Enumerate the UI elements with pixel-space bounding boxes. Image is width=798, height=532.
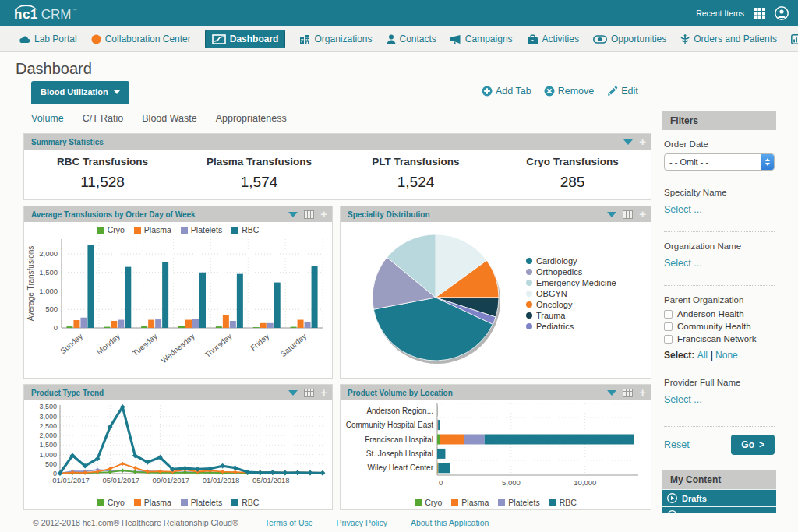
collapse-icon[interactable] xyxy=(288,390,298,396)
avatar-icon[interactable] xyxy=(775,6,789,20)
svg-text:St. Joseph Hospital: St. Joseph Hospital xyxy=(366,449,433,458)
nav-item-dashboard[interactable]: Dashboard xyxy=(205,30,286,48)
table-view-icon[interactable] xyxy=(623,389,633,397)
order-date-label: Order Date xyxy=(664,139,775,149)
legend-item: Orthopedics xyxy=(526,267,651,277)
edit-button[interactable]: Edit xyxy=(606,86,638,97)
chart-legend: CryoPlasmaPlateletsRBC xyxy=(24,222,332,234)
organization-select-link[interactable]: Select ... xyxy=(664,258,702,269)
svg-text:Community Hospital East: Community Hospital East xyxy=(346,421,433,429)
nav-item-campaigns[interactable]: Campaigns xyxy=(450,33,513,44)
stat-label: RBC Transfusions xyxy=(24,156,181,167)
dashboard-main: VolumeC/T RatioBlood WasteAppropriatenes… xyxy=(23,104,651,523)
svg-text:2,000: 2,000 xyxy=(39,249,58,258)
tab-appropriateness[interactable]: Appropriateness xyxy=(216,111,287,129)
nav-item-opportunities[interactable]: Opportunities xyxy=(593,33,666,44)
legend-item: OBGYN xyxy=(526,289,651,298)
line-chart-icon xyxy=(212,34,226,44)
go-label: Go xyxy=(741,439,754,450)
plus-icon[interactable]: + xyxy=(320,209,327,220)
footer-link-privacy-policy[interactable]: Privacy Policy xyxy=(337,518,387,527)
go-button[interactable]: Go > xyxy=(731,435,775,455)
pie-chart: CardiologyOrthopedicsEmergency MedicineO… xyxy=(341,222,651,375)
add-tab-button[interactable]: Add Tab xyxy=(482,86,531,97)
plus-icon[interactable]: + xyxy=(639,387,646,398)
order-date-select[interactable]: - - Omit - - xyxy=(664,153,775,171)
collapse-icon[interactable] xyxy=(607,390,616,396)
remove-label: Remove xyxy=(558,86,595,97)
summary-stat: PLT Transfusions1,524 xyxy=(337,150,494,199)
footer: © 2012-2018 hc1.com® Healthcare Relation… xyxy=(0,513,798,532)
my-content-item-drafts[interactable]: Drafts xyxy=(662,489,776,506)
select-none-link[interactable]: None xyxy=(715,350,738,361)
caduceus-icon xyxy=(680,34,690,44)
checkbox-anderson-health[interactable]: Anderson Health xyxy=(664,309,775,319)
product-type-trend-panel: Product Type Trend + 05001,0001,5002,000… xyxy=(23,384,333,510)
footer-link-terms-of-use[interactable]: Terms of Use xyxy=(265,518,313,527)
checkbox-franciscan-network[interactable]: Franciscan Network xyxy=(664,334,775,344)
pencil-icon xyxy=(606,86,618,97)
svg-text:500: 500 xyxy=(45,460,57,468)
select-stepper-icon xyxy=(761,153,774,171)
parent-organization-label: Parent Organization xyxy=(664,295,775,305)
nav-item-orders-and-patients[interactable]: Orders and Patients xyxy=(680,33,777,44)
reset-link[interactable]: Reset xyxy=(664,439,690,450)
select-all-link[interactable]: All xyxy=(697,350,708,361)
footer-link-about-this-application[interactable]: About this Application xyxy=(411,518,489,527)
chevron-down-icon xyxy=(114,90,120,94)
logo-crm: CRM xyxy=(41,5,72,23)
svg-text:0: 0 xyxy=(439,478,443,487)
svg-text:Saturday: Saturday xyxy=(279,332,309,358)
toolbar-actions: Add Tab Remove Edit xyxy=(482,86,638,97)
nav-item-label: Dashboard xyxy=(230,33,279,44)
remove-button[interactable]: Remove xyxy=(544,86,595,97)
app-grid-icon[interactable] xyxy=(754,8,765,19)
nav-item-organizations[interactable]: Organizations xyxy=(299,33,372,44)
megaphone-icon xyxy=(450,34,461,44)
collapse-icon[interactable] xyxy=(623,139,633,145)
plus-icon[interactable]: + xyxy=(639,209,646,220)
plus-circle-icon xyxy=(482,86,493,97)
line-chart: 05001,0001,5002,0002,5003,0003,50001/01/… xyxy=(24,400,332,509)
speciality-distribution-header: Speciality Distribution + xyxy=(341,206,651,222)
summary-panel-title: Summary Statistics xyxy=(31,138,104,146)
recent-items-link[interactable]: Recent Items xyxy=(696,9,744,18)
tab-c-t-ratio[interactable]: C/T Ratio xyxy=(83,111,124,129)
collapse-icon[interactable] xyxy=(288,212,298,217)
nav-item-lab-portal[interactable]: Lab Portal xyxy=(19,33,77,44)
legend-item: Platelets xyxy=(498,498,539,507)
legend-item: Platelets xyxy=(181,225,222,234)
plus-icon[interactable]: + xyxy=(320,387,327,398)
summary-stat: Plasma Transfusions1,574 xyxy=(181,150,337,199)
svg-text:3,500: 3,500 xyxy=(39,403,57,410)
my-content-header: My Content xyxy=(662,470,776,489)
briefcase-icon xyxy=(527,34,538,44)
person-icon xyxy=(387,34,396,44)
plus-icon[interactable]: + xyxy=(639,136,646,147)
order-date-filter: Order Date - - Omit - - xyxy=(664,136,775,178)
nav-item-collaboration-center[interactable]: Collaboration Center xyxy=(91,33,191,44)
table-view-icon[interactable] xyxy=(304,389,314,397)
table-view-icon[interactable] xyxy=(304,210,314,219)
nav-item-contacts[interactable]: Contacts xyxy=(387,33,436,44)
nav-item-label: Collaboration Center xyxy=(105,33,191,44)
parent-organization-filter: Parent Organization Anderson HealthCommu… xyxy=(664,292,775,368)
legend-item: RBC xyxy=(231,498,259,507)
nav-item-reports[interactable]: Reports xyxy=(791,33,798,44)
collapse-icon[interactable] xyxy=(607,212,616,217)
svg-text:Wiley Heart Center: Wiley Heart Center xyxy=(368,463,434,472)
table-view-icon[interactable] xyxy=(623,210,633,219)
tab-volume[interactable]: Volume xyxy=(31,111,64,129)
specialty-select-link[interactable]: Select ... xyxy=(664,204,702,215)
stat-label: Cryo Transfusions xyxy=(494,156,651,167)
tab-blood-waste[interactable]: Blood Waste xyxy=(142,111,196,129)
hc1-logo: hc1 CRM ™ xyxy=(14,5,77,23)
legend-item: Platelets xyxy=(181,498,222,507)
provider-select-link[interactable]: Select ... xyxy=(664,394,702,405)
filter-actions: Reset Go > xyxy=(664,433,775,463)
nav-item-activities[interactable]: Activities xyxy=(527,33,579,44)
product-volume-by-location-panel: Product Volume by Location + 05,00010,00… xyxy=(340,384,651,510)
dashboard-selector-button[interactable]: Blood Utilization xyxy=(31,81,129,104)
nav-item-label: Opportunities xyxy=(611,33,666,44)
checkbox-community-health[interactable]: Community Health xyxy=(664,322,775,331)
